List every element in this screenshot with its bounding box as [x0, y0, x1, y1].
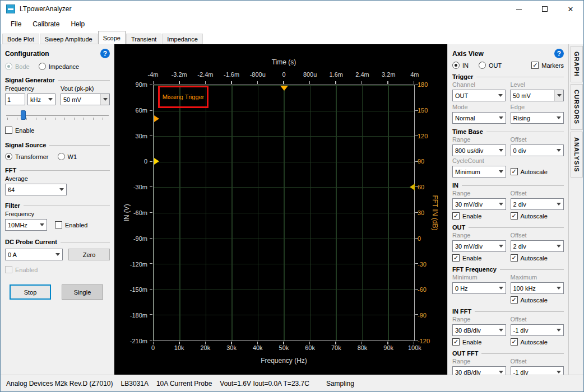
time-zero-marker-icon[interactable] — [280, 86, 288, 91]
fft-axis-title: FFT IN (dB) — [431, 195, 439, 230]
in-enable-checkbox[interactable]: ✓ Enable — [452, 212, 506, 220]
status-board: LB3031A — [121, 380, 149, 388]
slider-handle[interactable] — [21, 110, 26, 120]
out-enable-checkbox[interactable]: ✓ Enable — [452, 254, 506, 262]
markers-checkbox[interactable]: ✓ Markers — [531, 62, 564, 69]
tick-label: 60k — [298, 344, 322, 351]
check-icon: ✓ — [511, 296, 518, 304]
in-fft-enable-checkbox[interactable]: ✓ Enable — [452, 338, 506, 346]
trigger-section-title: Trigger — [452, 73, 564, 80]
side-tab-graph[interactable]: GRAPH — [571, 46, 583, 82]
trigger-level-combo[interactable] — [510, 90, 564, 101]
chevron-down-icon — [497, 166, 506, 177]
checkbox-box — [5, 127, 12, 134]
frequency-input[interactable] — [5, 94, 25, 105]
status-state: Sampling — [326, 380, 354, 388]
in-offset-select[interactable]: 2 div — [511, 198, 564, 210]
vout-select[interactable]: 50 mV — [61, 94, 110, 105]
time-axis-title: Time (s) — [153, 58, 415, 66]
radio-transformer[interactable]: Transformer — [5, 153, 49, 160]
radio-dot-icon — [452, 62, 460, 69]
zero-button[interactable]: Zero — [68, 249, 110, 260]
tab-sweep-amplitude[interactable]: Sweep Amplitude — [40, 34, 98, 44]
fft-frequency-autoscale-checkbox[interactable]: ✓ Autoscale — [511, 296, 564, 304]
maximize-button[interactable] — [532, 1, 558, 17]
menu-calibrate[interactable]: Calibrate — [27, 17, 65, 31]
time-base-range-select[interactable]: 800 us/div — [452, 144, 506, 156]
time-base-autoscale-checkbox[interactable]: ✓ Autoscale — [511, 168, 564, 175]
filter-frequency-select[interactable]: 10MHz — [5, 219, 47, 231]
amplitude-slider[interactable] — [5, 110, 110, 121]
radio-impedance[interactable]: Impedance — [39, 63, 79, 70]
help-icon[interactable]: ? — [554, 49, 564, 58]
in-fft-offset-select[interactable]: -1 div — [511, 324, 564, 336]
chevron-down-icon — [554, 199, 563, 209]
in-fft-range-select[interactable]: 30 dB/div — [452, 324, 506, 336]
dc-probe-enabled-checkbox: Enabled — [5, 266, 38, 273]
trigger-level-marker-icon[interactable] — [154, 115, 159, 122]
trigger-channel-select[interactable]: OUT — [452, 90, 506, 101]
side-tab-analysis[interactable]: ANALYSIS — [571, 132, 583, 178]
menu-file[interactable]: File — [5, 17, 27, 31]
checkbox-box — [5, 266, 12, 273]
check-icon: ✓ — [452, 338, 460, 346]
tick-label: 120 — [418, 132, 444, 141]
tick-label: -180m — [114, 311, 150, 320]
offset-label: Offset — [511, 190, 564, 197]
stop-button[interactable]: Stop — [10, 284, 51, 300]
maximum-label: Maximum — [511, 274, 564, 281]
fft-section-title: FFT — [5, 167, 110, 174]
time-base-offset-select[interactable]: 0 div — [511, 144, 564, 156]
menu-help[interactable]: Help — [65, 17, 90, 31]
minimize-button[interactable] — [506, 1, 532, 17]
signal-generator-enable-checkbox[interactable]: Enable — [5, 127, 34, 134]
out-offset-select[interactable]: 2 div — [511, 240, 564, 252]
in-fft-autoscale-checkbox[interactable]: ✓ Autoscale — [511, 338, 564, 346]
out-autoscale-checkbox[interactable]: ✓ Autoscale — [511, 254, 564, 262]
range-label: Range — [452, 190, 506, 197]
close-button[interactable]: ✕ — [558, 1, 583, 17]
side-tab-cursors[interactable]: CURSORS — [571, 84, 583, 130]
in-fft-section-title: IN FFT — [452, 308, 564, 315]
fft-zero-marker-icon[interactable] — [410, 184, 415, 190]
fft-frequency-max-select[interactable]: 100 kHz — [511, 282, 564, 294]
tick-label: 2.4m — [351, 71, 374, 78]
fft-frequency-min-select[interactable]: 0 Hz — [452, 282, 506, 294]
tick-label: -30 — [418, 260, 444, 269]
cycle-count-select[interactable]: Minimum — [452, 166, 506, 178]
offset-label: Offset — [511, 358, 564, 365]
trigger-level-input[interactable] — [513, 92, 554, 99]
radio-axis-in[interactable]: IN — [452, 62, 469, 69]
tab-impedance[interactable]: Impedance — [162, 34, 202, 44]
out-range-select[interactable]: 30 mV/div — [452, 240, 506, 252]
window-title: LTpowerAnalyzer — [20, 5, 71, 13]
tab-scope[interactable]: Scope — [98, 31, 126, 44]
filter-enabled-checkbox[interactable]: Enabled — [55, 221, 87, 228]
configuration-title: Configuration — [5, 50, 49, 58]
in-zero-marker-icon[interactable] — [154, 158, 159, 165]
offset-label: Offset — [511, 316, 564, 323]
trigger-mode-select[interactable]: Normal — [452, 112, 506, 124]
tick-label: 4m — [403, 71, 427, 78]
tab-transient[interactable]: Transient — [126, 34, 161, 44]
in-range-select[interactable]: 30 mV/div — [452, 198, 506, 210]
trigger-edge-select[interactable]: Rising — [511, 112, 564, 124]
tick-label: 3.2m — [377, 71, 400, 78]
plot-grid — [153, 85, 415, 341]
tick-label: 50k — [272, 344, 295, 351]
radio-w1[interactable]: W1 — [58, 153, 77, 160]
chevron-down-icon — [497, 113, 506, 123]
dc-probe-current-select[interactable]: 0 A — [5, 249, 63, 260]
radio-axis-out[interactable]: OUT — [479, 62, 502, 69]
single-button[interactable]: Single — [62, 284, 103, 300]
help-icon[interactable]: ? — [100, 49, 110, 58]
minimum-label: Minimum — [452, 274, 506, 281]
chevron-down-icon — [46, 94, 55, 105]
in-autoscale-checkbox[interactable]: ✓ Autoscale — [511, 212, 564, 220]
range-label: Range — [452, 232, 506, 239]
fft-average-select[interactable]: 64 — [5, 184, 67, 195]
frequency-unit-select[interactable]: kHz — [27, 94, 55, 105]
chevron-down-icon — [554, 113, 563, 123]
tab-bode-plot[interactable]: Bode Plot — [2, 34, 39, 44]
chevron-down-icon — [57, 184, 66, 195]
